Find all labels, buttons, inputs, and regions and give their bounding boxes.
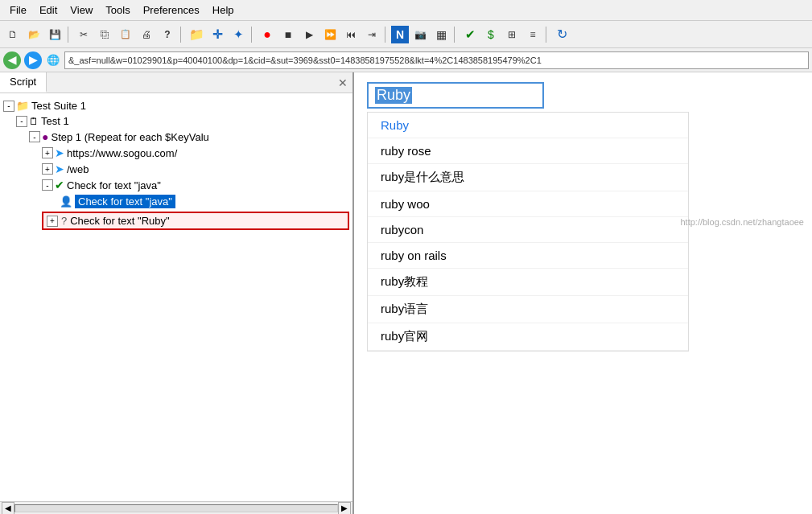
sep4 — [385, 27, 388, 43]
scroll-right-btn[interactable]: ▶ — [338, 502, 351, 515]
tree-node-check-ruby[interactable]: + ? Check for text "Ruby" — [42, 212, 349, 230]
align-btn[interactable]: ≡ — [523, 25, 542, 44]
address-input[interactable] — [64, 51, 809, 69]
suggestion-rubycon[interactable]: rubycon — [368, 217, 688, 243]
n-icon-btn[interactable]: N — [391, 26, 409, 43]
menu-edit[interactable]: Edit — [33, 2, 64, 18]
suggestion-ruby-zh1[interactable]: ruby是什么意思 — [368, 164, 688, 191]
suggestion-ruby-on-rails[interactable]: ruby on rails — [368, 243, 688, 269]
search-box-container: Ruby Ruby ruby rose ruby是什么意思 ruby woo r… — [354, 72, 812, 358]
new-suite-btn[interactable]: 📁 — [187, 25, 206, 44]
suggestion-ruby-yy[interactable]: ruby语言 — [368, 296, 688, 323]
print-btn[interactable]: 🖨 — [137, 25, 156, 44]
sep3 — [251, 27, 254, 43]
add-step-btn[interactable]: ✛ — [208, 25, 227, 44]
record-btn[interactable]: ● — [258, 25, 277, 44]
grid-btn[interactable]: ▦ — [431, 25, 451, 44]
expand-check-java[interactable]: - — [42, 179, 53, 191]
skip-back-btn[interactable]: ⏮ — [341, 25, 361, 44]
addressbar: ◀ ▶ 🌐 — [0, 48, 812, 72]
search-input-display[interactable]: Ruby — [367, 82, 544, 109]
folder-icon: 📁 — [16, 100, 29, 112]
suggestion-ruby[interactable]: Ruby — [368, 113, 688, 138]
expand-testsuite[interactable]: - — [3, 101, 14, 112]
dollar-btn[interactable]: $ — [481, 25, 501, 44]
menu-help[interactable]: Help — [206, 2, 241, 18]
scrollbar-track[interactable] — [14, 504, 338, 512]
main-area: Script ✕ - 📁 Test Suite 1 - 🗒 Test 1 - — [0, 72, 812, 514]
expand-web[interactable]: + — [42, 163, 53, 175]
cut-btn[interactable]: ✂ — [74, 25, 93, 44]
expand-check-ruby[interactable]: + — [47, 216, 58, 227]
check-java-child-label: Check for text "java" — [75, 195, 175, 208]
script-tree: - 📁 Test Suite 1 - 🗒 Test 1 - ● Step 1 (… — [0, 93, 352, 501]
tree-node-step1[interactable]: - ● Step 1 (Repeat for each $KeyValu — [3, 129, 349, 145]
person-icon: 👤 — [60, 195, 72, 208]
paste-btn[interactable]: 📋 — [116, 25, 135, 44]
checkmark-btn[interactable]: ✔ — [460, 25, 480, 44]
tree-node-web[interactable]: + ➤ /web — [3, 161, 349, 177]
check-ruby-row-wrapper: + ? Check for text "Ruby" — [42, 212, 349, 230]
check-green-icon: ✔ — [55, 179, 64, 191]
camera-btn[interactable]: 📷 — [410, 25, 430, 44]
play-btn[interactable]: ▶ — [299, 25, 319, 44]
sep1 — [68, 27, 71, 43]
copy-btn[interactable]: ⿻ — [95, 25, 114, 44]
expand-step1[interactable]: - — [29, 131, 40, 142]
toolbar: 🗋 📂 💾 ✂ ⿻ 📋 🖨 ? 📁 ✛ ✦ ● ■ ▶ ⏩ ⏮ ⇥ N 📷 ▦ … — [0, 21, 812, 48]
tree-node-check-java-child[interactable]: 👤 Check for text "java" — [60, 193, 349, 210]
sep2 — [180, 27, 183, 43]
url-icon: 🌐 — [47, 54, 60, 66]
test1-label: Test 1 — [41, 115, 69, 127]
step-icon: ● — [42, 130, 48, 143]
suggestion-ruby-woo[interactable]: ruby woo — [368, 191, 688, 217]
tree-node-testsuite[interactable]: - 📁 Test Suite 1 — [3, 98, 349, 113]
web-label: /web — [67, 163, 89, 175]
new-file-btn[interactable]: 🗋 — [3, 25, 23, 44]
close-panel-button[interactable]: ✕ — [333, 75, 352, 91]
tree-node-sogou[interactable]: + ➤ https://www.sogou.com/ — [3, 145, 349, 161]
scroll-left-btn[interactable]: ◀ — [2, 502, 14, 515]
testsuite-label: Test Suite 1 — [31, 100, 86, 112]
step1-label: Step 1 (Repeat for each $KeyValu — [51, 131, 208, 143]
menu-tools[interactable]: Tools — [99, 2, 136, 18]
expand-sogou[interactable]: + — [42, 147, 53, 158]
menubar: File Edit View Tools Preferences Help — [0, 0, 812, 21]
arrow-right-icon: ➤ — [55, 146, 64, 159]
help-context-btn[interactable]: ? — [158, 25, 177, 44]
suggestion-ruby-jc[interactable]: ruby教程 — [368, 269, 688, 296]
fast-forward-btn[interactable]: ⏩ — [320, 25, 340, 44]
left-panel-header: Script ✕ — [0, 72, 352, 93]
back-button[interactable]: ◀ — [3, 51, 21, 69]
sep6 — [546, 27, 549, 43]
forward-button[interactable]: ▶ — [24, 51, 42, 69]
horizontal-scrollbar[interactable]: ◀ ▶ — [0, 501, 352, 514]
suggestion-ruby-gw[interactable]: ruby官网 — [368, 323, 688, 351]
question-icon: ? — [61, 215, 67, 227]
tree-node-test1[interactable]: - 🗒 Test 1 — [3, 113, 349, 129]
expand-test1[interactable]: - — [16, 116, 27, 127]
table-btn[interactable]: ⊞ — [502, 25, 521, 44]
script-tab[interactable]: Script — [0, 72, 47, 93]
left-panel: Script ✕ - 📁 Test Suite 1 - 🗒 Test 1 - — [0, 72, 354, 514]
test-icon: 🗒 — [29, 116, 39, 127]
check-java-parent-label: Check for text "java" — [67, 179, 161, 191]
watermark-text: http://blog.csdn.net/zhangtaoee — [680, 217, 804, 227]
web-arrow-icon: ➤ — [55, 162, 64, 175]
menu-view[interactable]: View — [64, 2, 99, 18]
menu-file[interactable]: File — [3, 2, 33, 18]
save-btn[interactable]: 💾 — [45, 25, 64, 44]
sogou-label: https://www.sogou.com/ — [67, 147, 177, 159]
step-over-btn[interactable]: ⇥ — [362, 25, 381, 44]
stop-btn[interactable]: ■ — [278, 25, 298, 44]
add-item-btn[interactable]: ✦ — [229, 25, 248, 44]
sep5 — [454, 27, 457, 43]
suggestion-list: Ruby ruby rose ruby是什么意思 ruby woo rubyco… — [367, 112, 689, 352]
menu-preferences[interactable]: Preferences — [137, 2, 206, 18]
refresh-btn[interactable]: ↻ — [552, 25, 571, 44]
search-input-text: Ruby — [375, 87, 412, 104]
suggestion-ruby-rose[interactable]: ruby rose — [368, 138, 688, 164]
right-panel: Ruby Ruby ruby rose ruby是什么意思 ruby woo r… — [354, 72, 812, 514]
open-btn[interactable]: 📂 — [24, 25, 43, 44]
tree-node-check-java-parent[interactable]: - ✔ Check for text "java" — [3, 177, 349, 193]
